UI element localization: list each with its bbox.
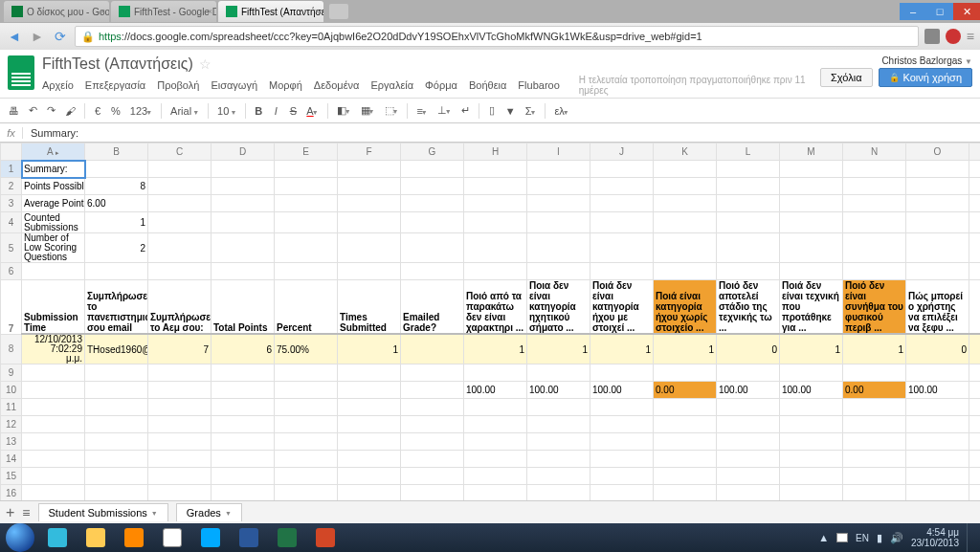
minimize-button[interactable]: – xyxy=(900,3,926,20)
reload-button[interactable]: ⟳ xyxy=(52,29,69,44)
valign-icon[interactable]: ⊥▼ xyxy=(434,102,455,119)
forward-button[interactable]: ► xyxy=(29,29,46,44)
cell[interactable]: 6.00 xyxy=(85,195,148,212)
tray-lang[interactable]: EN xyxy=(856,533,869,543)
col-header[interactable]: G xyxy=(401,144,464,161)
taskbar-item[interactable] xyxy=(116,525,152,550)
row-header[interactable]: 14 xyxy=(1,451,22,468)
col-header[interactable]: A ▸ xyxy=(22,144,85,161)
text-color-icon[interactable]: A▼ xyxy=(303,103,321,119)
row-header[interactable]: 3 xyxy=(1,195,22,212)
cell[interactable]: Ποια δεν είναι κατηγορία ηχητικού σήματο… xyxy=(527,280,590,335)
taskbar-item[interactable] xyxy=(154,525,190,550)
cell[interactable]: Συμπλήρωσε το πανεπιστημιακό σου email xyxy=(85,280,148,335)
cell[interactable]: Ποιά είναι κατηγορία ήχου χωρίς στοιχείο… xyxy=(654,280,717,335)
chrome-menu-icon[interactable]: ≡ xyxy=(967,29,974,44)
cell[interactable]: 1 xyxy=(969,334,981,364)
row-header[interactable]: 12 xyxy=(1,416,22,433)
font-size-select[interactable]: 10 ▼ xyxy=(214,103,239,119)
start-button[interactable] xyxy=(6,523,34,552)
bold-button[interactable]: B xyxy=(252,103,265,119)
cell[interactable]: Ποιό από τα παρακάτω δεν είναι χαρακτηρι… xyxy=(464,280,527,335)
cell[interactable]: Percent xyxy=(275,280,338,335)
insert-chart-icon[interactable]: ▯ xyxy=(485,102,499,119)
cell[interactable]: 1 xyxy=(843,334,906,364)
cell[interactable]: 100.00 xyxy=(527,382,590,399)
strike-button[interactable]: S xyxy=(286,103,300,119)
star-icon[interactable]: ☆ xyxy=(199,56,212,72)
menu-format[interactable]: Μορφή xyxy=(269,79,302,91)
col-header[interactable]: H xyxy=(464,144,527,161)
chevron-down-icon[interactable]: ▼ xyxy=(225,510,232,517)
cell[interactable]: 0 xyxy=(906,334,969,364)
extension-icon[interactable] xyxy=(946,29,961,44)
corner-cell[interactable] xyxy=(1,144,22,161)
extension-icon[interactable] xyxy=(924,29,940,44)
format-currency[interactable]: € xyxy=(91,103,104,119)
cell[interactable]: 12/10/2013 7:02:29μ.μ. xyxy=(22,334,85,364)
cell[interactable]: 100.00 xyxy=(590,382,654,399)
undo-icon[interactable]: ↶ xyxy=(26,102,40,119)
cell[interactable]: Total Points xyxy=(212,280,275,335)
cell[interactable]: Counted Submissions xyxy=(22,212,85,233)
font-select[interactable]: Arial ▼ xyxy=(167,103,202,119)
all-sheets-button[interactable]: ≡ xyxy=(22,505,30,520)
cell[interactable]: Ποιά δεν είναι κατηγορία ήχου με στοιχεί… xyxy=(590,280,654,335)
row-header[interactable]: 7 xyxy=(1,280,22,335)
menu-flubaroo[interactable]: Flubaroo xyxy=(518,79,559,91)
tray-expand-icon[interactable]: ▲ xyxy=(818,532,829,543)
url-input[interactable]: 🔒 https ://docs.google.com/spreadsheet/c… xyxy=(75,26,919,47)
cell[interactable]: 6 xyxy=(212,334,275,364)
taskbar-item[interactable] xyxy=(307,525,344,550)
cell[interactable]: Συμπλήρωσε το Αεμ σου: xyxy=(148,280,212,335)
close-icon[interactable]: × xyxy=(315,7,320,16)
add-sheet-button[interactable]: + xyxy=(6,504,14,521)
cell[interactable]: 100.00 xyxy=(780,382,843,399)
menu-edit[interactable]: Επεξεργασία xyxy=(85,79,145,91)
row-header[interactable]: 6 xyxy=(1,263,22,280)
italic-button[interactable]: I xyxy=(269,103,282,119)
menu-tools[interactable]: Εργαλεία xyxy=(370,79,413,91)
cell[interactable]: Times Submitted xyxy=(338,280,401,335)
row-header[interactable]: 15 xyxy=(1,468,22,485)
cell[interactable]: Summary: xyxy=(22,161,85,178)
close-icon[interactable]: × xyxy=(100,7,105,16)
row-header[interactable]: 11 xyxy=(1,399,22,416)
taskbar-item[interactable] xyxy=(269,525,305,550)
fill-color-icon[interactable]: ◧▼ xyxy=(334,102,354,119)
format-number[interactable]: 123▼ xyxy=(127,103,155,119)
formula-input[interactable]: Summary: xyxy=(23,127,78,139)
cell[interactable]: 100.00 xyxy=(906,382,969,399)
cell[interactable]: 100.00 xyxy=(717,382,780,399)
cell[interactable]: 1 xyxy=(85,212,148,233)
halign-icon[interactable]: ≡▼ xyxy=(413,103,430,119)
cell[interactable]: Ποιά δεν είναι τεχνική που προτάθηκε για… xyxy=(780,280,843,335)
volume-icon[interactable]: 🔊 xyxy=(890,532,903,544)
row-header[interactable]: 2 xyxy=(1,178,22,195)
col-header[interactable]: E xyxy=(275,144,338,161)
taskbar-item[interactable] xyxy=(78,525,114,550)
cell[interactable]: Points Possible xyxy=(22,178,85,195)
col-header[interactable]: D xyxy=(212,144,275,161)
sheet-tab[interactable]: Grades▼ xyxy=(176,503,242,521)
col-header[interactable]: L xyxy=(717,144,780,161)
menu-help[interactable]: Βοήθεια xyxy=(469,79,506,91)
user-name[interactable]: Christos Bazlorgas ▼ xyxy=(820,55,972,66)
cell[interactable]: 1 xyxy=(654,334,717,364)
cell[interactable]: Average Points xyxy=(22,195,85,212)
taskbar-item[interactable] xyxy=(192,525,229,550)
cell[interactable]: Emailed Grade? xyxy=(401,280,464,335)
row-header[interactable]: 13 xyxy=(1,433,22,451)
browser-tab[interactable]: Ο δίσκος μου - Google D × xyxy=(4,1,109,22)
document-title[interactable]: FifthTest (Απαντήσεις) xyxy=(42,55,193,73)
col-header[interactable]: C xyxy=(148,144,212,161)
row-header[interactable]: 5 xyxy=(1,233,22,263)
cell[interactable]: 8 xyxy=(85,178,148,195)
cell[interactable]: 0.00 xyxy=(843,382,906,399)
col-header[interactable]: K xyxy=(654,144,717,161)
menu-data[interactable]: Δεδομένα xyxy=(314,79,360,91)
share-button[interactable]: 🔒Κοινή χρήση xyxy=(879,68,973,87)
row-header[interactable]: 9 xyxy=(1,364,22,382)
col-header[interactable]: N xyxy=(843,144,906,161)
cell[interactable]: 7 xyxy=(148,334,212,364)
